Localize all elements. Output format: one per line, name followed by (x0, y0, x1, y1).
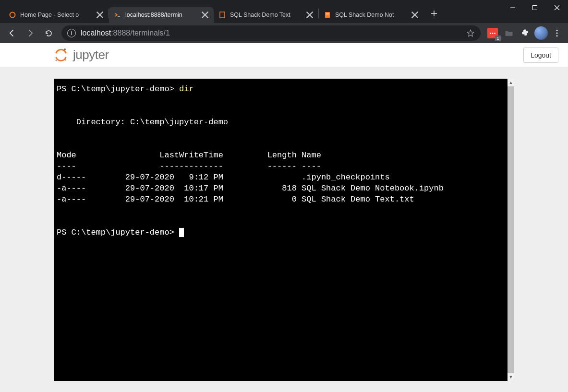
tab-strip: Home Page - Select o localhost:8888/term… (0, 4, 568, 23)
url-display: localhost:8888/terminals/1 (81, 29, 461, 37)
jupyter-wordmark: jupyter (73, 48, 109, 62)
tab-demo-text[interactable]: SQL Shack Demo Text (214, 7, 318, 23)
tab-label: Home Page - Select o (20, 12, 92, 18)
scroll-down-icon[interactable]: ▼ (508, 373, 514, 381)
extension-badge: 1 (495, 36, 501, 41)
window-controls (502, 0, 568, 15)
maximize-button[interactable] (524, 0, 546, 15)
scroll-thumb[interactable] (508, 86, 514, 373)
url-path: :8888/terminals/1 (111, 29, 170, 37)
extension-folder-button[interactable] (502, 26, 516, 40)
file-txt-icon (218, 11, 226, 19)
back-button[interactable] (4, 25, 20, 41)
svg-rect-1 (533, 6, 537, 10)
tab-label: SQL Shack Demo Not (335, 12, 407, 18)
tab-label: SQL Shack Demo Text (230, 12, 302, 18)
terminal-scrollbar[interactable]: ▲ ▼ (508, 79, 514, 381)
close-icon[interactable] (411, 11, 419, 19)
minimize-button[interactable] (502, 0, 524, 15)
jupyter-ring-icon (9, 11, 16, 19)
new-tab-button[interactable] (427, 7, 441, 20)
terminal-prompt: PS C:\temp\jupyter-demo> (57, 84, 174, 94)
close-icon[interactable] (96, 11, 104, 19)
address-bar[interactable]: i localhost:8888/terminals/1 (61, 25, 481, 41)
svg-point-21 (556, 33, 558, 34)
page-content: jupyter Logout PS C:\temp\jupyter-demo> … (0, 43, 568, 392)
svg-point-25 (65, 59, 66, 60)
url-host: localhost (81, 29, 111, 37)
site-info-icon[interactable]: i (67, 29, 76, 37)
jupyter-header: jupyter Logout (0, 43, 568, 67)
profile-avatar[interactable] (534, 26, 548, 40)
svg-point-20 (556, 30, 558, 31)
terminal-output-header: Directory: C:\temp\jupyter-demo (57, 118, 228, 127)
terminal-row: -a---- 29-07-2020 10:21 PM 0 SQL Shack D… (57, 195, 414, 204)
terminal-column-divider: ---- ------------- ------ ---- (57, 162, 321, 171)
browser-toolbar: i localhost:8888/terminals/1 ••• 1 (0, 23, 568, 43)
close-icon[interactable] (306, 11, 314, 19)
jupyter-logo[interactable]: jupyter (54, 48, 109, 62)
svg-rect-10 (220, 12, 225, 18)
terminal[interactable]: PS C:\temp\jupyter-demo> dir Directory: … (54, 79, 508, 381)
terminal-row: d----- 29-07-2020 9:12 PM .ipynb_checkpo… (57, 173, 390, 182)
reload-button[interactable] (40, 25, 57, 41)
forward-button[interactable] (22, 25, 38, 41)
close-window-button[interactable] (546, 0, 568, 15)
browser-menu-button[interactable] (550, 28, 564, 38)
tab-label: localhost:8888/termin (125, 12, 197, 18)
window-titlebar (0, 0, 568, 4)
svg-point-24 (55, 59, 57, 61)
tab-home-page[interactable]: Home Page - Select o (4, 7, 109, 23)
notebook-icon (324, 11, 331, 19)
terminal-container: PS C:\temp\jupyter-demo> dir Directory: … (54, 79, 514, 381)
terminal-cursor (179, 228, 184, 237)
extension-red-button[interactable]: ••• 1 (485, 26, 500, 40)
terminal-row: -a---- 29-07-2020 10:17 PM 818 SQL Shack… (57, 184, 444, 193)
svg-point-4 (10, 12, 15, 18)
close-icon[interactable] (201, 11, 209, 19)
svg-point-23 (64, 48, 66, 50)
terminal-command: dir (179, 84, 194, 94)
terminal-column-header: Mode LastWriteTime Length Name (57, 151, 321, 160)
tab-terminal[interactable]: localhost:8888/termin (109, 7, 214, 23)
scroll-up-icon[interactable]: ▲ (508, 79, 514, 86)
tab-demo-notebook[interactable]: SQL Shack Demo Not (319, 7, 423, 23)
logout-button[interactable]: Logout (523, 48, 558, 63)
svg-point-22 (556, 35, 558, 36)
extensions-puzzle-icon[interactable] (518, 26, 532, 40)
terminal-prompt-icon (114, 11, 121, 19)
bookmark-star-icon[interactable] (466, 29, 475, 37)
jupyter-mark-icon (54, 48, 68, 62)
terminal-prompt: PS C:\temp\jupyter-demo> (57, 228, 174, 237)
